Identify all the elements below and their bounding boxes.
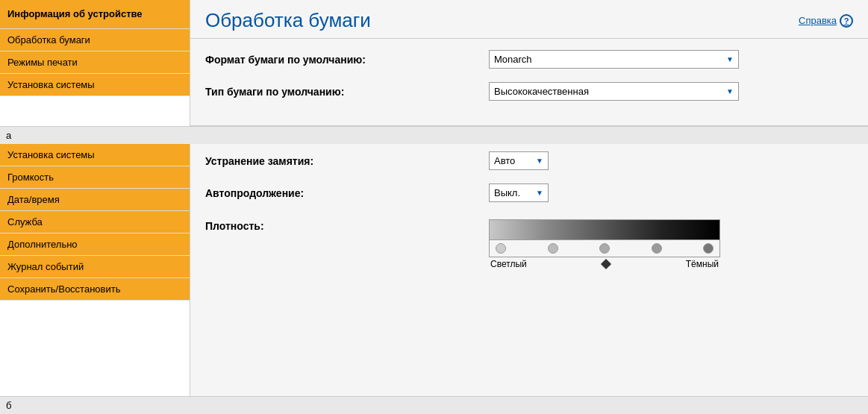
density-marker-row: Светлый Тёмный: [489, 257, 720, 271]
help-icon: ?: [840, 14, 853, 28]
jam-clear-label: Устранение замятия:: [205, 155, 489, 167]
jam-clear-row: Устранение замятия: Авто ▼: [205, 151, 853, 170]
auto-continue-arrow-icon: ▼: [536, 189, 543, 197]
sidebar-item-system-setup-b[interactable]: Установка системы: [0, 144, 190, 166]
content-header: Обработка бумаги Справка ?: [190, 0, 868, 39]
paper-type-row: Тип бумаги по умолчанию: Высококачествен…: [205, 82, 853, 101]
sidebar-item-info[interactable]: Информация об устройстве: [0, 0, 190, 29]
jam-clear-arrow-icon: ▼: [536, 157, 543, 165]
content-bottom-body: Устранение замятия: Авто ▼ Автопродолжен…: [190, 144, 868, 292]
content-body: Формат бумаги по умолчанию: Monarch ▼ Ти…: [190, 39, 868, 125]
auto-continue-row: Автопродолжение: Выкл. ▼: [205, 184, 853, 202]
density-dot-4[interactable]: [652, 243, 662, 254]
content-bottom: Устранение замятия: Авто ▼ Автопродолжен…: [190, 144, 868, 396]
jam-clear-select[interactable]: Авто ▼: [489, 151, 549, 170]
auto-continue-select[interactable]: Выкл. ▼: [489, 184, 549, 202]
paper-type-control: Высококачественная ▼: [489, 82, 853, 101]
sidebar-item-system-setup-top[interactable]: Установка системы: [0, 74, 190, 96]
density-control: Светлый Тёмный: [489, 219, 853, 271]
auto-continue-control: Выкл. ▼: [489, 184, 853, 202]
sidebar-item-service[interactable]: Служба: [0, 211, 190, 233]
density-dot-5[interactable]: [703, 243, 714, 254]
density-row: Плотность: Светлый: [205, 216, 853, 271]
density-gradient[interactable]: [489, 219, 720, 240]
paper-format-arrow-icon: ▼: [726, 55, 734, 63]
density-dot-3[interactable]: [599, 243, 610, 254]
paper-format-select[interactable]: Monarch ▼: [489, 50, 739, 69]
sidebar-top: Информация об устройстве Обработка бумаг…: [0, 0, 190, 126]
content-top: Обработка бумаги Справка ? Формат бумаги…: [190, 0, 868, 126]
density-label: Плотность:: [205, 216, 489, 232]
paper-format-row: Формат бумаги по умолчанию: Monarch ▼: [205, 50, 853, 69]
paper-type-arrow-icon: ▼: [726, 87, 734, 95]
paper-type-select[interactable]: Высококачественная ▼: [489, 82, 739, 101]
density-position-icon[interactable]: [601, 259, 611, 269]
sidebar-item-save-restore[interactable]: Сохранить/Восстановить: [0, 278, 190, 301]
page-title: Обработка бумаги: [205, 9, 371, 32]
density-dot-1[interactable]: [496, 243, 506, 254]
density-light-label: Светлый: [490, 259, 527, 269]
sidebar-bottom: Установка системы Громкость Дата/время С…: [0, 144, 190, 396]
sidebar-item-datetime[interactable]: Дата/время: [0, 189, 190, 211]
section-b-label: б: [0, 396, 868, 414]
density-dark-label: Тёмный: [686, 259, 719, 269]
section-a-label: а: [0, 126, 868, 144]
paper-type-label: Тип бумаги по умолчанию:: [205, 86, 489, 98]
help-link[interactable]: Справка ?: [799, 14, 853, 28]
density-dots-row: [489, 240, 720, 257]
density-dot-2[interactable]: [548, 243, 558, 254]
sidebar-item-additional[interactable]: Дополнительно: [0, 233, 190, 256]
auto-continue-label: Автопродолжение:: [205, 187, 489, 199]
sidebar-item-volume[interactable]: Громкость: [0, 166, 190, 189]
sidebar-item-event-log[interactable]: Журнал событий: [0, 256, 190, 278]
paper-format-control: Monarch ▼: [489, 50, 853, 69]
sidebar-item-paper[interactable]: Обработка бумаги: [0, 29, 190, 51]
paper-format-label: Формат бумаги по умолчанию:: [205, 54, 489, 66]
jam-clear-control: Авто ▼: [489, 151, 853, 170]
sidebar-item-print-modes[interactable]: Режимы печати: [0, 51, 190, 74]
